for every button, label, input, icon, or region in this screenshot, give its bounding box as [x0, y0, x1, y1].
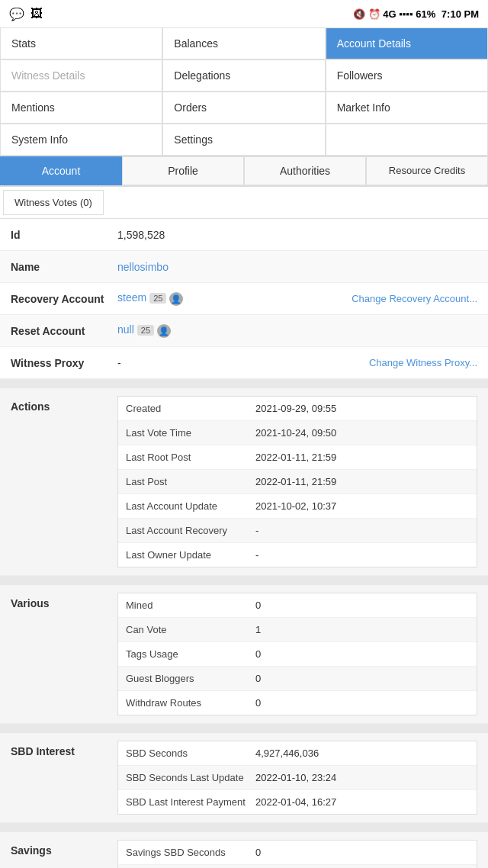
field-id: Id 1,598,528	[0, 219, 488, 251]
tab-profile[interactable]: Profile	[122, 156, 244, 185]
actions-label: Actions	[11, 396, 117, 413]
action-key-last-vote: Last Vote Time	[126, 427, 255, 439]
sbd-row-last-interest-payment: SBD Last Interest Payment 2022-01-04, 16…	[118, 790, 477, 814]
nav-followers[interactable]: Followers	[326, 59, 488, 92]
action-row-last-root-post: Last Root Post 2022-01-11, 21:59	[118, 445, 477, 470]
nav-mentions[interactable]: Mentions	[0, 92, 162, 124]
tab-account[interactable]: Account	[0, 156, 122, 185]
sbd-key-last-interest-payment: SBD Last Interest Payment	[126, 796, 255, 808]
tab-authorities[interactable]: Authorities	[244, 156, 366, 185]
various-row-can-vote: Can Vote 1	[118, 618, 477, 642]
action-key-created: Created	[126, 403, 255, 414]
action-row-last-recovery: Last Account Recovery -	[118, 519, 477, 543]
various-key-tags-usage: Tags Usage	[126, 648, 255, 660]
various-label: Various	[11, 593, 117, 609]
whatsapp-icon: 💬	[9, 7, 24, 21]
nav-stats[interactable]: Stats	[0, 27, 162, 59]
action-val-last-owner-update: -	[255, 549, 469, 561]
field-recovery-account: Recovery Account steem25👤 Change Recover…	[0, 283, 488, 315]
savings-label: Savings	[11, 840, 117, 857]
sbd-key-seconds: SBD Seconds	[126, 747, 255, 759]
various-key-can-vote: Can Vote	[126, 624, 255, 635]
nav-empty	[326, 124, 488, 156]
reset-badge: 25	[137, 325, 154, 336]
savings-section: Savings Savings SBD Seconds 0 Savings SB…	[0, 832, 488, 868]
action-val-last-recovery: -	[255, 525, 469, 536]
various-row-withdraw-routes: Withdraw Routes 0	[118, 691, 477, 715]
actions-table: Created 2021-09-29, 09:55 Last Vote Time…	[117, 396, 477, 567]
various-val-guest-bloggers: 0	[255, 673, 469, 684]
battery-label: 61%	[416, 8, 435, 20]
nav-menu: Stats Balances Account Details Witness D…	[0, 27, 488, 156]
various-val-tags-usage: 0	[255, 648, 469, 660]
sbd-interest-table: SBD Seconds 4,927,446,036 SBD Seconds La…	[117, 741, 477, 815]
nav-account-details[interactable]: Account Details	[326, 27, 488, 59]
savings-val-sbd-seconds: 0	[255, 847, 469, 858]
nav-balances[interactable]: Balances	[162, 27, 325, 59]
action-key-last-post: Last Post	[126, 476, 255, 487]
various-section: Various Mined 0 Can Vote 1 Tags Usage 0 …	[0, 585, 488, 724]
savings-table: Savings SBD Seconds 0 Savings SBD Second…	[117, 840, 477, 868]
various-table: Mined 0 Can Vote 1 Tags Usage 0 Guest Bl…	[117, 593, 477, 715]
action-key-last-root-post: Last Root Post	[126, 452, 255, 463]
value-name[interactable]: nellosimbo	[117, 261, 477, 273]
label-witness-proxy: Witness Proxy	[11, 357, 117, 369]
witness-votes-section: Witness Votes (0)	[0, 187, 488, 219]
reset-person-icon[interactable]: 👤	[157, 324, 171, 338]
action-val-last-account-update: 2021-10-02, 10:37	[255, 500, 469, 512]
sbd-interest-section: SBD Interest SBD Seconds 4,927,446,036 S…	[0, 733, 488, 823]
field-witness-proxy: Witness Proxy - Change Witness Proxy...	[0, 347, 488, 379]
action-row-last-vote: Last Vote Time 2021-10-24, 09:50	[118, 421, 477, 445]
tab-resource-credits[interactable]: Resource Credits	[366, 156, 488, 185]
network-label: 4G	[383, 8, 396, 20]
sbd-row-seconds: SBD Seconds 4,927,446,036	[118, 741, 477, 766]
nav-market-info[interactable]: Market Info	[326, 92, 488, 124]
savings-key-sbd-seconds: Savings SBD Seconds	[126, 847, 255, 858]
various-key-guest-bloggers: Guest Bloggers	[126, 673, 255, 684]
action-row-last-post: Last Post 2022-01-11, 21:59	[118, 470, 477, 494]
label-reset-account: Reset Account	[11, 325, 117, 337]
alarm-icon: ⏰	[368, 8, 380, 20]
action-row-last-owner-update: Last Owner Update -	[118, 543, 477, 567]
nav-settings[interactable]: Settings	[162, 124, 325, 156]
value-reset-account[interactable]: null25👤	[117, 323, 477, 337]
sbd-interest-label: SBD Interest	[11, 741, 117, 757]
label-id: Id	[11, 229, 117, 241]
action-key-last-account-update: Last Account Update	[126, 500, 255, 512]
recovery-person-icon[interactable]: 👤	[169, 292, 183, 306]
mute-icon: 🔇	[353, 8, 365, 20]
status-icons: 💬 🖼	[9, 7, 43, 21]
action-val-last-root-post: 2022-01-11, 21:59	[255, 452, 469, 463]
change-witness-proxy-action[interactable]: Change Witness Proxy...	[369, 357, 477, 368]
sbd-val-last-interest-payment: 2022-01-04, 16:27	[255, 796, 469, 808]
field-name: Name nellosimbo	[0, 251, 488, 283]
account-fields: Id 1,598,528 Name nellosimbo Recovery Ac…	[0, 219, 488, 379]
time-label: 7:10 PM	[441, 8, 479, 20]
action-val-last-vote: 2021-10-24, 09:50	[255, 427, 469, 439]
sep-4	[0, 823, 488, 832]
nav-orders[interactable]: Orders	[162, 92, 325, 124]
value-recovery-account[interactable]: steem25👤	[117, 291, 352, 305]
nav-witness-details: Witness Details	[0, 59, 162, 92]
various-row-tags-usage: Tags Usage 0	[118, 642, 477, 667]
action-row-last-account-update: Last Account Update 2021-10-02, 10:37	[118, 494, 477, 519]
status-bar: 💬 🖼 🔇 ⏰ 4G ▪▪▪▪ 61% 7:10 PM	[0, 0, 488, 27]
sbd-row-seconds-last-update: SBD Seconds Last Update 2022-01-10, 23:2…	[118, 766, 477, 790]
various-val-can-vote: 1	[255, 624, 469, 635]
witness-votes-button[interactable]: Witness Votes (0)	[3, 190, 104, 215]
change-recovery-action[interactable]: Change Recovery Account...	[352, 293, 477, 304]
value-id: 1,598,528	[117, 229, 477, 241]
savings-row-sbd-seconds: Savings SBD Seconds 0	[118, 841, 477, 865]
recovery-badge: 25	[149, 293, 166, 304]
various-row-mined: Mined 0	[118, 593, 477, 618]
actions-section: Actions Created 2021-09-29, 09:55 Last V…	[0, 388, 488, 576]
nav-delegations[interactable]: Delegations	[162, 59, 325, 92]
sbd-val-seconds-last-update: 2022-01-10, 23:24	[255, 772, 469, 783]
various-key-mined: Mined	[126, 600, 255, 611]
sep-2	[0, 576, 488, 585]
sep-3	[0, 724, 488, 733]
value-witness-proxy: -	[117, 357, 369, 369]
sbd-val-seconds: 4,927,446,036	[255, 747, 469, 759]
status-right-icons: 🔇 ⏰ 4G ▪▪▪▪ 61% 7:10 PM	[353, 8, 479, 20]
nav-system-info[interactable]: System Info	[0, 124, 162, 156]
